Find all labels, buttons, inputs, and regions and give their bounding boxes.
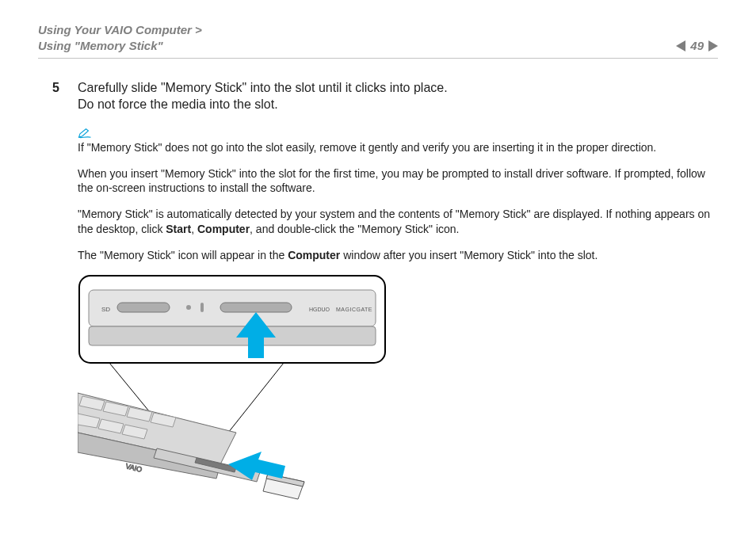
breadcrumb: Using Your VAIO Computer > Using "Memory… bbox=[38, 22, 202, 55]
next-page-arrow-icon[interactable] bbox=[708, 40, 718, 51]
pencil-note-icon bbox=[78, 128, 92, 139]
computer-label-1: Computer bbox=[197, 223, 250, 235]
content-area: 5 Carefully slide "Memory Stick" into th… bbox=[38, 79, 718, 513]
svg-point-4 bbox=[186, 305, 191, 310]
breadcrumb-line-2: Using "Memory Stick" bbox=[38, 38, 202, 54]
start-label: Start bbox=[166, 223, 191, 235]
paragraph-icon: The "Memory Stick" icon will appear in t… bbox=[78, 248, 718, 263]
svg-line-9 bbox=[228, 363, 284, 433]
header-divider bbox=[38, 58, 718, 59]
step-line-2: Do not force the media into the slot. bbox=[78, 97, 278, 111]
note-text: If "Memory Stick" does not go into the s… bbox=[78, 140, 718, 155]
page-number: 49 bbox=[690, 38, 704, 54]
svg-rect-2 bbox=[89, 326, 376, 345]
p2-sep: , bbox=[191, 223, 197, 235]
p3-part-a: The "Memory Stick" icon will appear in t… bbox=[78, 249, 288, 261]
paragraph-detect: "Memory Stick" is automatically detected… bbox=[78, 207, 718, 237]
page-header: Using Your VAIO Computer > Using "Memory… bbox=[38, 22, 718, 55]
svg-rect-3 bbox=[117, 303, 170, 312]
prev-page-arrow-icon[interactable] bbox=[676, 40, 685, 51]
hgduo-label: HGDUO bbox=[309, 307, 330, 312]
svg-rect-6 bbox=[220, 303, 292, 312]
computer-label-2: Computer bbox=[288, 249, 340, 261]
paragraph-driver: When you insert "Memory Stick" into the … bbox=[78, 166, 718, 196]
step-5: 5 Carefully slide "Memory Stick" into th… bbox=[52, 79, 718, 113]
note-icon-row bbox=[78, 128, 718, 139]
svg-rect-5 bbox=[200, 303, 204, 312]
step-number: 5 bbox=[52, 79, 65, 113]
breadcrumb-line-1: Using Your VAIO Computer > bbox=[38, 22, 202, 38]
p3-part-c: window after you insert "Memory Stick" i… bbox=[340, 249, 598, 261]
p2-part-c: , and double-click the "Memory Stick" ic… bbox=[250, 223, 459, 235]
step-line-1: Carefully slide "Memory Stick" into the … bbox=[78, 81, 448, 94]
memory-stick-figure: SD HGDUO MAGICGATE bbox=[78, 274, 395, 512]
sd-label: SD bbox=[101, 306, 110, 313]
step-body: Carefully slide "Memory Stick" into the … bbox=[78, 79, 718, 113]
magicgate-label: MAGICGATE bbox=[336, 307, 372, 312]
page-nav: 49 bbox=[676, 38, 718, 54]
